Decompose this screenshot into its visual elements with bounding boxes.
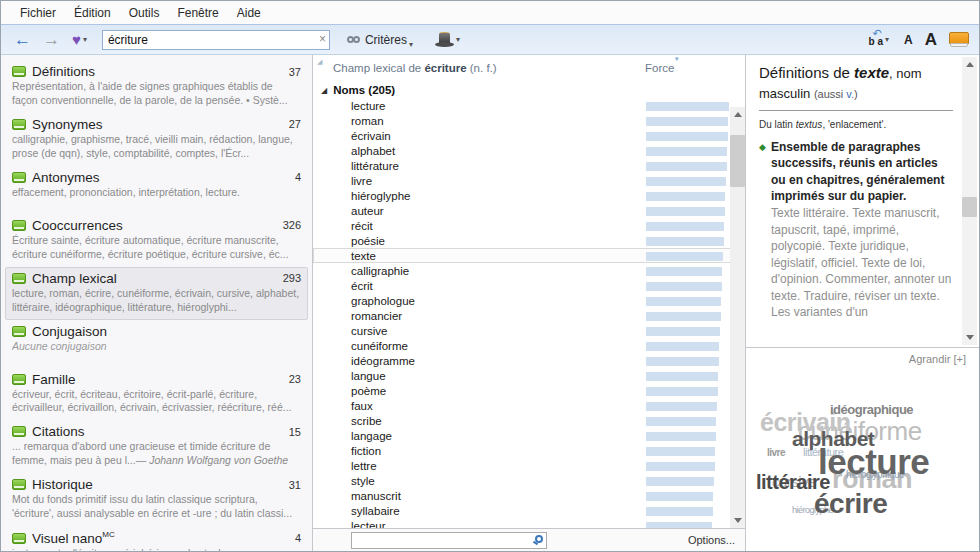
lexical-row[interactable]: récit [313,218,745,233]
sidebar-item[interactable]: Visuel nanoMC4instruments d'écriture, pé… [5,526,308,551]
lexical-row[interactable]: lecture [313,98,745,113]
menu-2[interactable]: Outils [120,3,169,23]
sidebar-item[interactable]: Cooccurrences326Écriture sainte, écritur… [5,214,308,267]
lexical-row[interactable]: langage [313,428,745,443]
lexical-row[interactable]: hiéroglyphe [313,188,745,203]
sidebar-item[interactable]: Champ lexical293lecture, roman, écrire, … [5,267,308,320]
options-button[interactable]: Options... [688,534,735,546]
sidebar-item[interactable]: Famille23écriveur, écrit, écriteau, écri… [5,368,308,421]
lexical-row[interactable]: livre [313,173,745,188]
force-bar [646,342,719,351]
scroll-down-icon[interactable] [966,335,974,340]
forward-button[interactable]: → [40,30,63,49]
scroll-thumb[interactable] [730,135,745,187]
sort-corner-icon[interactable]: ◢ [317,58,322,66]
lexical-word: hiéroglyphe [351,190,410,202]
lexical-row[interactable]: écrit [313,278,745,293]
lexical-row[interactable]: scribe [313,413,745,428]
anagram-button[interactable]: ↶b a ▾ [866,31,892,48]
cloud-word[interactable]: lecture [818,444,929,479]
green-book-icon [12,273,26,284]
lexical-row[interactable]: alphabet [313,143,745,158]
menu-4[interactable]: Aide [228,3,270,23]
lexical-word: lettre [351,460,377,472]
lexical-row[interactable]: manuscrit [313,488,745,503]
lexical-row[interactable]: poésie [313,233,745,248]
sidebar-item[interactable]: Citations15... remarqua d'abord une grac… [5,420,308,473]
sidebar-item[interactable]: Historique31Mot du fonds primitif issu d… [5,473,308,526]
definition-body: ◆ Ensemble de paragraphes successifs, ré… [759,139,953,321]
lexical-row[interactable]: lecteur [313,518,745,528]
lexical-row[interactable]: roman [313,113,745,128]
lexical-row[interactable]: calligraphie [313,263,745,278]
lexical-row[interactable]: texte [313,248,745,263]
panel-preview: Représentation, à l'aide de signes graph… [12,80,301,108]
lexical-word: récit [351,220,373,232]
enlarge-link[interactable]: Agrandir [+] [909,353,966,365]
menu-1[interactable]: Édition [65,3,120,23]
sidebar-item[interactable]: ConjugaisonAucune conjugaison [5,320,308,359]
lexical-row[interactable]: fiction [313,443,745,458]
panel-preview: calligraphie, graphisme, tracé, vieilli … [12,133,301,161]
cloud-word[interactable]: idéographique [830,403,913,416]
cloud-word[interactable]: livre [767,448,785,458]
lexical-row[interactable]: romancier [313,308,745,323]
lexical-word: cunéiforme [351,340,408,352]
lexical-row[interactable]: écrivain [313,128,745,143]
group-label: Noms (205) [333,84,395,96]
menu-0[interactable]: Fichier [11,3,65,23]
lexical-word: graphologue [351,295,415,307]
lexical-word: romancier [351,310,402,322]
lexical-row[interactable]: poème [313,383,745,398]
lexical-row[interactable]: faux [313,398,745,413]
definition-scrollbar[interactable] [962,57,977,345]
lexical-row[interactable]: langue [313,368,745,383]
lexical-row[interactable]: cunéiforme [313,338,745,353]
lexical-row[interactable]: littérature [313,158,745,173]
lexical-row[interactable]: lettre [313,458,745,473]
lexical-row[interactable]: graphologue [313,293,745,308]
filter-input[interactable] [352,536,546,551]
middle-scrollbar[interactable] [730,107,745,528]
increase-font-button[interactable]: A [925,30,937,50]
clear-search-icon[interactable]: × [319,32,326,46]
lexical-row[interactable]: auteur [313,203,745,218]
sidebar-item[interactable]: Synonymes27calligraphie, graphisme, trac… [5,113,308,166]
lexical-row[interactable]: style [313,473,745,488]
lexical-row[interactable]: cursive [313,323,745,338]
expanded-triangle-icon[interactable]: ◢ [321,86,327,95]
decrease-font-button[interactable]: A [904,33,913,47]
force-bar [646,267,722,276]
sidebar-item[interactable]: Définitions37Représentation, à l'aide de… [5,60,308,113]
headword[interactable]: texte [854,64,889,81]
lexical-word: cursive [351,325,387,337]
scroll-up-icon[interactable] [966,62,974,67]
aussi-verb-link[interactable]: v. [846,88,854,100]
scroll-down-icon[interactable] [734,518,742,523]
scroll-up-icon[interactable] [734,112,742,117]
force-bar [646,207,725,216]
cloud-word[interactable]: écrire [814,490,887,518]
lexical-row[interactable]: idéogramme [313,353,745,368]
group-row-noms[interactable]: ◢ Noms (205) [313,82,745,98]
lexical-word: lecture [351,100,386,112]
panel-preview: Aucune conjugaison [12,340,301,354]
force-bar [646,162,727,171]
sidebar-item[interactable]: Antonymes4effacement, prononciation, int… [5,166,308,205]
magic-hat-button[interactable]: ▾ [432,31,463,49]
lexical-row[interactable]: syllabaire [313,503,745,518]
favorites-button[interactable]: ♥ ▾ [69,31,90,48]
panel-count: 15 [289,426,301,438]
back-button[interactable]: ← [11,30,34,49]
force-column-header[interactable]: Force [645,62,674,74]
panel-preview: Mot du fonds primitif issu du latin clas… [12,493,301,521]
lexical-word: écrivain [351,130,391,142]
search-input[interactable] [102,30,330,50]
sort-direction-icon: ▾ [675,55,679,63]
criteria-button[interactable]: Critères ▾ [344,32,416,48]
lexical-word: syllabaire [351,505,400,517]
menu-3[interactable]: Fenêtre [168,3,227,23]
scroll-thumb[interactable] [962,197,977,217]
dictionary-book-icon[interactable] [949,32,969,47]
force-bar [646,462,715,471]
